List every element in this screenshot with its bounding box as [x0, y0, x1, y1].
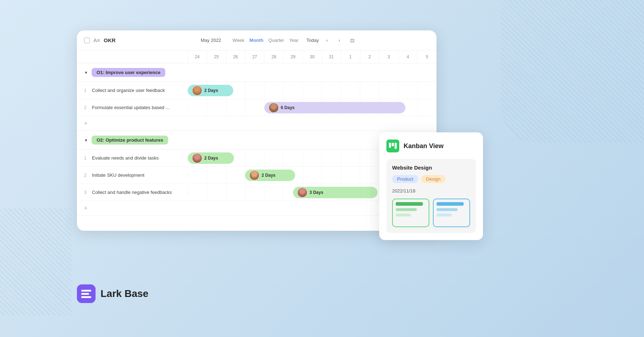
- gantt-header: A≡ OKR May 2022 Week Month Quarter Year …: [77, 30, 436, 50]
- task-2-1-left: 1 Evaluate needs and divide tasks: [77, 155, 188, 161]
- avatar-2-3: [297, 187, 307, 197]
- task-name-1-1: Collect and organize user feedback: [92, 88, 165, 93]
- date-24: 24: [188, 50, 207, 63]
- objective-1-badge: O1: Improve user experience: [92, 68, 165, 77]
- add-icon-1[interactable]: +: [84, 120, 87, 127]
- task-2-3-left: 3 Collect and handle negative feedbacks: [77, 190, 188, 195]
- avatar-1-1: [192, 86, 202, 96]
- date-4: 4: [399, 50, 418, 63]
- kanban-card: Kanban View Website Design Product Desig…: [379, 132, 483, 240]
- gantt-bar-2-1: 2 Days: [188, 152, 234, 164]
- avatar-1-2: [269, 103, 279, 113]
- gantt-bar-2-2: 2 Days: [245, 170, 295, 181]
- bar-label-1-1: 2 Days: [204, 88, 218, 93]
- kanban-thumb-1[interactable]: [392, 199, 429, 227]
- tab-quarter[interactable]: Quarter: [268, 38, 284, 43]
- add-icon-2[interactable]: +: [84, 205, 87, 211]
- today-button[interactable]: Today: [306, 38, 319, 43]
- task-row-1-2: 2 Formulate essential updates based ... …: [77, 99, 436, 116]
- svg-rect-1: [389, 143, 391, 148]
- date-2: 2: [360, 50, 380, 63]
- okr-icon: A≡: [93, 37, 100, 43]
- prev-button[interactable]: ‹: [323, 36, 331, 44]
- collapse-arrow-2[interactable]: ▼: [84, 138, 88, 142]
- next-button[interactable]: ›: [335, 36, 343, 44]
- task-1-1-left: 1 Collect and organize user feedback: [77, 88, 188, 93]
- kanban-title: Kanban View: [404, 142, 444, 150]
- tab-week[interactable]: Week: [233, 38, 244, 43]
- kanban-date: 2022/11/18: [392, 188, 470, 194]
- gantt-bar-1-1: 2 Days: [188, 85, 233, 96]
- task-name-2-3: Collect and handle negative feedbacks: [92, 190, 172, 195]
- date-31: 31: [322, 50, 341, 63]
- date-1: 1: [341, 50, 360, 63]
- date-28: 28: [264, 50, 284, 63]
- date-26: 26: [226, 50, 245, 63]
- kanban-icon: [386, 140, 399, 152]
- dates-columns: 24 25 26 27 28 29 30 31 1 2 3 4 5: [188, 50, 436, 63]
- gantt-dates-row: 24 25 26 27 28 29 30 31 1 2 3 4 5: [77, 50, 436, 63]
- gantt-bar-2-3: 3 Days: [293, 187, 377, 198]
- gantt-header-left: A≡ OKR: [84, 37, 195, 43]
- date-30: 30: [303, 50, 322, 63]
- date-label: May 2022: [201, 38, 221, 43]
- bar-label-2-3: 3 Days: [309, 190, 323, 195]
- tab-month[interactable]: Month: [249, 38, 263, 43]
- tab-year[interactable]: Year: [289, 38, 298, 43]
- svg-rect-7: [81, 296, 91, 298]
- view-tabs: Week Month Quarter Year: [233, 38, 298, 43]
- gantt-title: OKR: [104, 37, 116, 43]
- date-5: 5: [418, 50, 436, 63]
- lark-icon: [77, 284, 96, 303]
- date-29: 29: [284, 50, 303, 63]
- objective-2-badge: O2: Optimize product features: [92, 136, 168, 145]
- kanban-tag-design: Design: [421, 175, 445, 183]
- gantt-bar-1-2: 6 Days: [264, 102, 405, 113]
- task-num-1-1: 1: [84, 88, 89, 93]
- kanban-view-thumbs: [392, 199, 470, 227]
- task-name-2-2: Initiate SKU development: [92, 172, 145, 178]
- task-name-2-1: Evaluate needs and divide tasks: [92, 155, 158, 161]
- objective-2-left: ▼ O2: Optimize product features: [77, 136, 188, 145]
- bar-label-1-2: 6 Days: [281, 105, 295, 110]
- bar-label-2-2: 2 Days: [262, 173, 275, 178]
- svg-rect-3: [395, 143, 397, 149]
- lark-logo: Lark Base: [77, 284, 148, 303]
- gantt-header-right: May 2022 Week Month Quarter Year Today ‹…: [201, 36, 429, 44]
- svg-rect-2: [392, 143, 394, 146]
- kanban-tag-product: Product: [392, 175, 418, 183]
- kanban-header: Kanban View: [386, 140, 476, 152]
- task-1-1-timeline: 2 Days: [188, 82, 436, 99]
- svg-rect-6: [81, 293, 89, 295]
- date-25: 25: [207, 50, 226, 63]
- objective-1-group: ▼ O1: Improve user experience 1 Collect …: [77, 63, 436, 131]
- task-num-2-3: 3: [84, 190, 89, 195]
- objective-1-timeline: [188, 63, 436, 82]
- objective-1-left: ▼ O1: Improve user experience: [77, 68, 188, 77]
- bar-label-2-1: 2 Days: [204, 156, 218, 161]
- kanban-card-title: Website Design: [392, 165, 470, 171]
- checkbox-icon[interactable]: [84, 38, 90, 43]
- dates-spacer: [77, 50, 188, 63]
- avatar-2-1: [192, 153, 202, 163]
- task-num-2-1: 1: [84, 156, 89, 161]
- collapse-arrow-1[interactable]: ▼: [84, 70, 88, 75]
- date-3: 3: [379, 50, 399, 63]
- objective-1-header: ▼ O1: Improve user experience: [77, 63, 436, 82]
- task-1-2-left: 2 Formulate essential updates based ...: [77, 105, 188, 110]
- task-num-1-2: 2: [84, 105, 89, 110]
- task-name-1-2: Formulate essential updates based ...: [92, 105, 170, 110]
- svg-rect-5: [81, 290, 91, 292]
- lark-name: Lark Base: [101, 288, 148, 299]
- add-task-1[interactable]: +: [77, 116, 436, 131]
- task-row-1-1: 1 Collect and organize user feedback 2 D…: [77, 82, 436, 99]
- export-button[interactable]: ⊡: [350, 38, 355, 43]
- kanban-thumb-2[interactable]: [433, 199, 470, 227]
- task-num-2-2: 2: [84, 173, 89, 178]
- task-1-2-timeline: 6 Days: [188, 99, 436, 116]
- date-27: 27: [245, 50, 265, 63]
- avatar-2-2: [249, 170, 259, 180]
- task-2-2-left: 2 Initiate SKU development: [77, 172, 188, 178]
- kanban-tags: Product Design: [392, 175, 470, 183]
